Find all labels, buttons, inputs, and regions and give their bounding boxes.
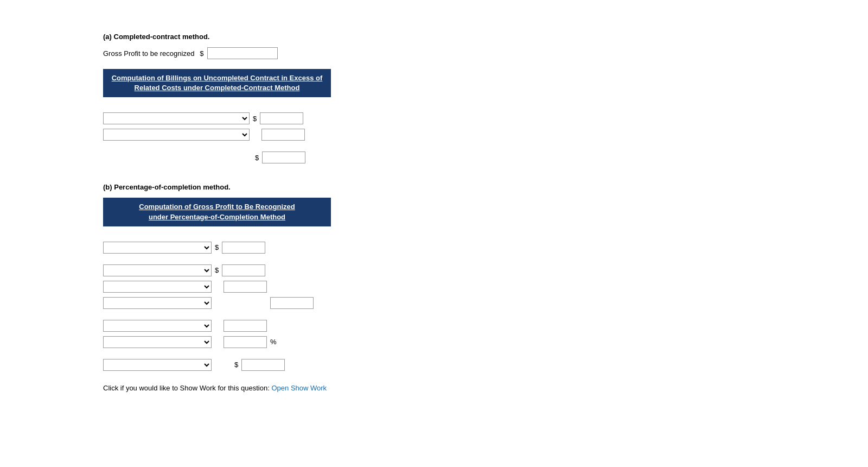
completed-input-2[interactable] — [261, 129, 305, 141]
completed-dropdown-2[interactable] — [103, 129, 250, 141]
show-work-label: Click if you would like to Show Work for… — [103, 384, 270, 392]
pct-dropdown-3[interactable] — [103, 281, 212, 293]
completed-dropdown-1[interactable] — [103, 112, 250, 124]
percent-sign: % — [270, 338, 277, 346]
pct-row-4 — [103, 297, 488, 309]
pct-row-3 — [103, 281, 488, 293]
gross-profit-row: Gross Profit to be recognized $ — [103, 47, 488, 59]
completed-row-2 — [103, 129, 488, 141]
section-b-label: (b) Percentage-of-completion method. — [103, 183, 488, 191]
pct-dropdown-7[interactable] — [103, 359, 212, 371]
completed-row-1: $ — [103, 112, 488, 124]
pct-input-4-right[interactable] — [270, 297, 314, 309]
pct-input-3[interactable] — [224, 281, 267, 293]
pct-input-6[interactable] — [224, 336, 267, 348]
pct-input-5[interactable] — [224, 320, 267, 332]
gross-profit-label: Gross Profit to be recognized — [103, 49, 194, 58]
pct-input-2[interactable] — [222, 264, 265, 276]
section-a-label: (a) Completed-contract method. — [103, 33, 488, 41]
pct-dropdown-2[interactable] — [103, 264, 212, 276]
pct-row-2: $ — [103, 264, 488, 276]
pct-dropdown-6[interactable] — [103, 336, 212, 348]
gross-profit-header[interactable]: Computation of Gross Profit to Be Recogn… — [103, 198, 331, 226]
dollar-sign-a: $ — [200, 49, 203, 58]
pct-row-7: $ — [103, 359, 488, 371]
pct-row-1: $ — [103, 242, 488, 254]
gross-profit-input-a[interactable] — [207, 47, 278, 59]
completed-input-1[interactable] — [260, 112, 303, 124]
pct-total-input[interactable] — [241, 359, 285, 371]
pct-dropdown-1[interactable] — [103, 242, 212, 254]
pct-row-5 — [103, 320, 488, 332]
pct-dropdown-5[interactable] — [103, 320, 212, 332]
billings-header[interactable]: Computation of Billings on Uncompleted C… — [103, 69, 331, 97]
completed-total-input[interactable] — [262, 152, 305, 163]
completed-row-3: $ — [255, 152, 488, 163]
pct-dropdown-4[interactable] — [103, 297, 212, 309]
show-work-row: Click if you would like to Show Work for… — [103, 384, 488, 392]
pct-row-6: % — [103, 336, 488, 348]
open-show-work-link[interactable]: Open Show Work — [271, 384, 327, 392]
pct-input-1[interactable] — [222, 242, 265, 254]
